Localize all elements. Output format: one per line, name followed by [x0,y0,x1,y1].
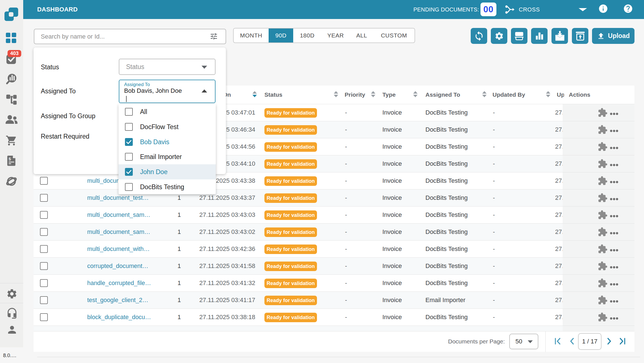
svg-text:$: $ [9,156,11,161]
